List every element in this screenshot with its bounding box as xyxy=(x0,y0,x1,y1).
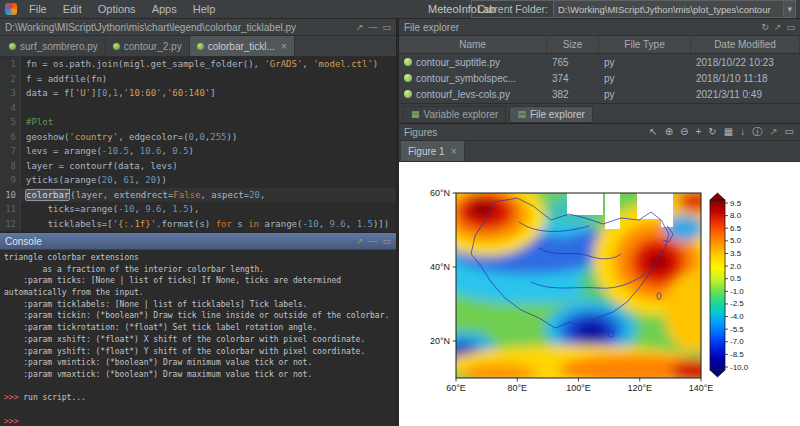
colorbar-tick-label: -10.0 xyxy=(730,363,749,372)
code-line: 9yticks(arange(20, 61, 20)) xyxy=(0,173,396,188)
console-window-icons: ↗—▭ xyxy=(356,237,391,246)
tab-file-explorer[interactable]: ▤File explorer xyxy=(509,106,593,123)
column-header-file-type[interactable]: File Type xyxy=(599,36,691,53)
figures-title-bar[interactable]: Figures ↖⊕⊖+↻▦↓ⓘ↗▭ xyxy=(399,124,800,141)
maximize-panel-icon[interactable]: ▭ xyxy=(382,23,391,32)
line-number: 12 xyxy=(0,217,21,232)
app-logo-icon xyxy=(5,3,17,15)
colorbar-tick-label: -7.0 xyxy=(730,337,744,346)
code-line: 6geoshow('country', edgecolor=(0,0,255)) xyxy=(0,130,396,145)
menu-help[interactable]: Help xyxy=(185,3,224,15)
editor-tab-2[interactable]: contour_2.py xyxy=(106,36,190,56)
table-row[interactable]: contour_suptitle.py765py2018/10/22 10:23 xyxy=(399,54,800,70)
current-folder-box: Current Folder: D:\Working\MIScript\Jyth… xyxy=(471,0,796,18)
pointer-icon[interactable]: ↖ xyxy=(648,127,658,137)
window-title: MeteoInfoLab xyxy=(428,3,495,15)
file-explorer-icons: ↻↗▭ xyxy=(761,23,795,32)
refresh-icon[interactable]: ↻ xyxy=(761,23,769,32)
code-text: levs = arange(-10.5, 10.6, 0.5) xyxy=(21,144,396,159)
python-file-icon xyxy=(404,74,412,82)
file-explorer-title-bar[interactable]: File explorer ↻↗▭ xyxy=(399,19,800,36)
colorbar-tick-label: 0.5 xyxy=(730,274,742,283)
float-panel-icon[interactable]: ↗ xyxy=(768,127,778,137)
code-line: 12 ticklabels=['{:.1f}'.format(s) for s … xyxy=(0,217,396,232)
code-text xyxy=(21,101,396,116)
colorbar-tick-label: -2.5 xyxy=(730,299,744,308)
figure-tab-1[interactable]: Figure 1× xyxy=(401,141,465,161)
column-header-date-modified[interactable]: Date Modified xyxy=(691,36,800,53)
x-tick-label: 60°E xyxy=(446,383,466,393)
pan-icon[interactable]: + xyxy=(694,127,702,137)
chevron-down-icon[interactable]: ▾ xyxy=(783,1,795,17)
python-file-icon xyxy=(404,90,412,98)
console-title: Console xyxy=(5,236,356,247)
editor-tab-3[interactable]: colorbar_tickl...× xyxy=(190,36,295,56)
x-tick-label: 120°E xyxy=(627,383,652,393)
float-panel-icon[interactable]: ↗ xyxy=(774,23,782,32)
line-number: 2 xyxy=(0,72,21,87)
colorbar-tick-label: 9.5 xyxy=(730,199,742,208)
code-editor[interactable]: 1fn = os.path.join(migl.get_sample_folde… xyxy=(0,57,396,232)
figure-canvas[interactable]: 60°E80°E100°E120°E140°E60°N40°N20°N9.58.… xyxy=(399,162,800,426)
line-number: 10 xyxy=(0,188,21,203)
editor-title-bar[interactable]: D:\Working\MIScript\Jython\mis\chart\leg… xyxy=(0,19,396,36)
minimize-panel-icon[interactable]: — xyxy=(368,237,377,246)
column-header-size[interactable]: Size xyxy=(547,36,599,53)
colorbar-tick-label: -5.5 xyxy=(730,325,744,334)
column-header-name[interactable]: Name xyxy=(399,36,547,53)
python-file-icon xyxy=(197,43,204,50)
maximize-panel-icon[interactable]: ▭ xyxy=(786,23,795,32)
figure-tabbar: Figure 1× xyxy=(399,141,800,162)
line-number: 5 xyxy=(0,115,21,130)
colorbar-tick-label: 8.0 xyxy=(730,211,742,220)
current-folder-combobox[interactable]: D:\Working\MIScript\Jython\mis\plot_type… xyxy=(553,1,795,17)
float-panel-icon[interactable]: ↗ xyxy=(356,237,364,246)
python-file-icon xyxy=(113,43,120,50)
grid-icon[interactable]: ▦ xyxy=(723,127,734,137)
table-row[interactable]: contour_symbolspec...374py2018/1/10 11:1… xyxy=(399,70,800,86)
code-line: 8layer = contourf(data, levs) xyxy=(0,159,396,174)
tab-variable-explorer[interactable]: ▦Variable explorer xyxy=(403,106,506,123)
menu-bar: FileEditOptionsAppsHelp MeteoInfoLab Cur… xyxy=(0,0,800,19)
menu-apps[interactable]: Apps xyxy=(144,3,185,15)
file-explorer-title: File explorer xyxy=(404,22,761,33)
table-row[interactable]: contourf_levs-cols.py382py2021/3/11 0:49 xyxy=(399,86,800,102)
code-line: 3data = f['U'][0,1,'10:60','60:140'] xyxy=(0,86,396,101)
menu-file[interactable]: File xyxy=(21,3,55,15)
figures-panel: Figures ↖⊕⊖+↻▦↓ⓘ↗▭ Figure 1× xyxy=(398,123,800,426)
code-text: yticks(arange(20, 61, 20)) xyxy=(21,173,396,188)
maximize-panel-icon[interactable]: ▭ xyxy=(382,237,391,246)
menu-edit[interactable]: Edit xyxy=(55,3,90,15)
code-line: 11 ticks=arange(-10, 9.6, 1.5), xyxy=(0,202,396,217)
code-text: colorbar(layer, extendrect=False, aspect… xyxy=(21,188,396,203)
close-tab-icon[interactable]: × xyxy=(281,41,287,52)
float-panel-icon[interactable]: ↗ xyxy=(356,23,364,32)
colorbar-tick-label: 3.5 xyxy=(730,249,742,258)
line-number: 9 xyxy=(0,173,21,188)
line-number: 8 xyxy=(0,159,21,174)
current-folder-value: D:\Working\MIScript\Jython\mis\plot_type… xyxy=(558,4,783,15)
console-output[interactable]: triangle colorbar extensions as a fracti… xyxy=(0,250,396,426)
code-text: layer = contourf(data, levs) xyxy=(21,159,396,174)
minimize-panel-icon[interactable]: — xyxy=(368,23,377,32)
x-tick-label: 80°E xyxy=(507,383,527,393)
menu-options[interactable]: Options xyxy=(90,3,144,15)
console-prompt: >>> xyxy=(4,393,18,402)
zoom-out-icon[interactable]: ⊖ xyxy=(679,127,689,137)
figures-toolbar: ↖⊕⊖+↻▦↓ⓘ↗▭ xyxy=(648,127,795,137)
code-text: ticks=arange(-10, 9.6, 1.5), xyxy=(21,202,396,217)
file-explorer-icon: ▤ xyxy=(517,109,526,119)
file-table-header: NameSizeFile TypeDate Modified xyxy=(399,36,800,54)
line-number: 6 xyxy=(0,130,21,145)
menu-items: FileEditOptionsAppsHelp xyxy=(21,3,223,15)
close-tab-icon[interactable]: × xyxy=(451,146,457,157)
zoom-in-icon[interactable]: ⊕ xyxy=(664,127,674,137)
rotate-icon[interactable]: ↻ xyxy=(707,127,717,137)
explorer-tabs: ▦Variable explorer▤File explorer xyxy=(399,103,800,124)
info-icon[interactable]: ⓘ xyxy=(751,127,763,137)
console-title-bar[interactable]: Console ↗—▭ xyxy=(0,233,396,250)
save-figure-icon[interactable]: ↓ xyxy=(739,127,746,137)
maximize-panel-icon[interactable]: ▭ xyxy=(784,127,795,137)
editor-window-icons: ↗—▭ xyxy=(356,23,391,32)
editor-tab-1[interactable]: surf_sombrero.py xyxy=(2,36,106,56)
